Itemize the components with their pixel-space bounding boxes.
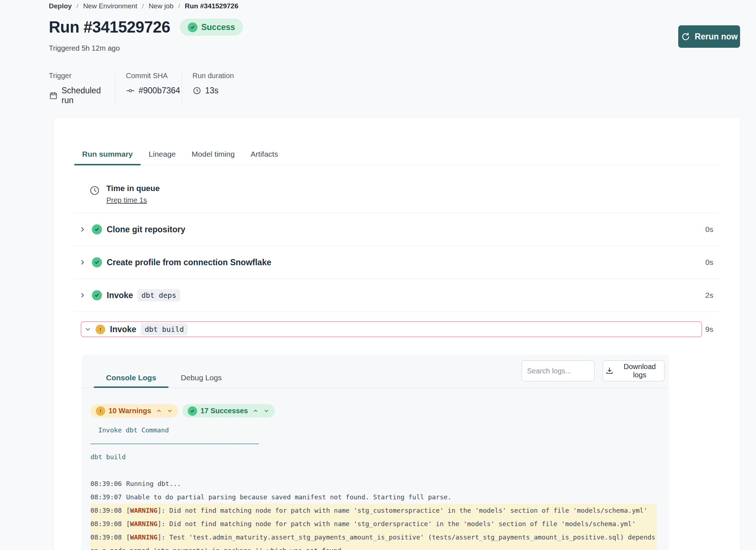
meta-trigger: Trigger Scheduled run <box>49 72 115 105</box>
step-title: Create profile from connection Snowflake <box>107 258 271 267</box>
log-line: 08:39:06Running dbt... <box>90 477 657 490</box>
next-success-chevron-down-icon[interactable] <box>263 408 269 414</box>
rerun-now-button[interactable]: Rerun now <box>678 25 740 48</box>
step-success-icon <box>92 257 102 267</box>
chevron-right-icon[interactable] <box>78 225 86 233</box>
breadcrumb-item-run: Run #341529726 <box>185 2 238 10</box>
successes-badge[interactable]: 17 Successes <box>182 404 275 418</box>
triggered-timestamp: Triggered 5h 12m ago <box>49 44 120 52</box>
selected-step-box[interactable]: Invoke dbt build <box>81 321 702 337</box>
step-duration: 9s <box>705 325 713 334</box>
download-logs-button[interactable]: Download logs <box>603 360 664 381</box>
queue-title: Time in queue <box>106 184 160 193</box>
next-warning-chevron-down-icon[interactable] <box>167 408 173 414</box>
prev-warning-chevron-up-icon[interactable] <box>156 408 162 414</box>
meta-duration-label: Run duration <box>192 72 234 80</box>
chevron-right-icon[interactable] <box>78 258 86 266</box>
meta-commit: Commit SHA #900b7364 <box>115 72 182 105</box>
search-logs-input[interactable] <box>522 360 595 381</box>
step-duration: 0s <box>705 258 713 267</box>
step-duration: 0s <box>705 225 713 234</box>
breadcrumb-separator: / <box>142 2 144 10</box>
queue-clock-icon <box>89 185 100 196</box>
page-title: Run #341529726 <box>49 18 170 36</box>
log-warning-line: 08:39:08[WARNING]: Did not find matching… <box>90 517 657 530</box>
step-duration: 2s <box>705 291 713 300</box>
status-badge-label: Success <box>201 22 235 32</box>
breadcrumb-separator: / <box>178 2 180 10</box>
step-warning-icon <box>95 325 105 334</box>
run-summary-card: Run summary Lineage Model timing Artifac… <box>53 117 741 550</box>
tab-run-summary[interactable]: Run summary <box>74 150 141 165</box>
prep-time-link[interactable]: Prep time 1s <box>106 196 147 204</box>
logs-tabs: Console Logs Debug Logs <box>94 373 234 388</box>
step-title: Invoke <box>110 325 136 334</box>
step-clone-git-repository[interactable]: Clone git repository 0s <box>74 213 720 246</box>
time-in-queue-row: Time in queue Prep time 1s <box>74 165 720 213</box>
log-line: 08:39:07Unable to do partial parsing bec… <box>90 490 657 504</box>
step-title: Clone git repository <box>107 225 185 234</box>
step-command-chip: dbt deps <box>137 289 180 301</box>
tab-debug-logs[interactable]: Debug Logs <box>169 373 234 388</box>
chevron-right-icon[interactable] <box>78 291 86 299</box>
commit-icon <box>126 86 135 95</box>
breadcrumb-item-job[interactable]: New job <box>149 2 174 10</box>
prev-success-chevron-up-icon[interactable] <box>252 408 259 414</box>
logs-header: Console Logs Debug Logs Download logs <box>81 355 669 388</box>
step-success-icon <box>92 290 102 300</box>
run-meta: Trigger Scheduled run Commit SHA #900b73… <box>49 72 245 105</box>
chevron-down-icon[interactable] <box>84 326 92 333</box>
download-icon <box>605 367 614 375</box>
success-check-icon <box>188 406 197 416</box>
warnings-badge[interactable]: 10 Warnings <box>90 404 178 418</box>
download-logs-label: Download logs <box>617 363 662 379</box>
logs-panel: Console Logs Debug Logs Download logs <box>81 355 669 550</box>
warnings-badge-label: 10 Warnings <box>109 407 151 415</box>
meta-duration: Run duration 13s <box>182 72 245 105</box>
step-title: Invoke <box>107 291 133 300</box>
log-warning-line: 08:39:08[WARNING]: Test 'test.admin_matu… <box>90 530 657 550</box>
step-create-profile[interactable]: Create profile from connection Snowflake… <box>74 246 720 279</box>
step-success-icon <box>92 224 102 234</box>
title-row: Run #341529726 Success <box>49 18 243 36</box>
meta-trigger-value: Scheduled run <box>61 86 104 105</box>
breadcrumb: Deploy / New Environment / New job / Run… <box>49 2 238 10</box>
tab-artifacts[interactable]: Artifacts <box>243 150 286 165</box>
breadcrumb-item-deploy[interactable]: Deploy <box>49 2 72 10</box>
meta-trigger-label: Trigger <box>49 72 104 80</box>
calendar-icon <box>49 91 58 100</box>
meta-commit-label: Commit SHA <box>126 72 171 80</box>
clock-icon <box>192 86 201 95</box>
tab-model-timing[interactable]: Model timing <box>184 150 243 165</box>
breadcrumb-item-environment[interactable]: New Environment <box>83 2 137 10</box>
tab-lineage[interactable]: Lineage <box>141 150 184 165</box>
warning-icon <box>96 406 105 416</box>
meta-duration-value: 13s <box>205 86 218 96</box>
log-level-badges: 10 Warnings 17 Successes <box>90 404 669 418</box>
log-blank-line <box>90 464 657 477</box>
console-log-output: Invoke dbt Command —————————————————————… <box>90 423 657 550</box>
meta-commit-value: #900b7364 <box>139 86 180 96</box>
tab-console-logs[interactable]: Console Logs <box>94 373 169 388</box>
log-warning-line: 08:39:08[WARNING]: Did not find matching… <box>90 504 657 517</box>
status-badge: Success <box>180 19 242 35</box>
logs-controls: Download logs <box>522 360 664 381</box>
step-command-chip: dbt build <box>141 323 188 335</box>
breadcrumb-separator: / <box>76 2 78 10</box>
log-line: dbt build <box>90 450 657 464</box>
step-invoke-dbt-deps[interactable]: Invoke dbt deps 2s <box>74 279 720 312</box>
log-divider-line: ————————————————————————————————————————… <box>90 437 657 450</box>
rerun-label: Rerun now <box>695 32 738 42</box>
run-tabs: Run summary Lineage Model timing Artifac… <box>74 117 720 165</box>
successes-badge-label: 17 Successes <box>200 407 248 415</box>
success-check-icon <box>188 22 198 32</box>
rerun-icon <box>681 32 691 42</box>
step-invoke-dbt-build[interactable]: Invoke dbt build 9s <box>74 312 720 347</box>
log-line: Invoke dbt Command <box>90 423 657 437</box>
